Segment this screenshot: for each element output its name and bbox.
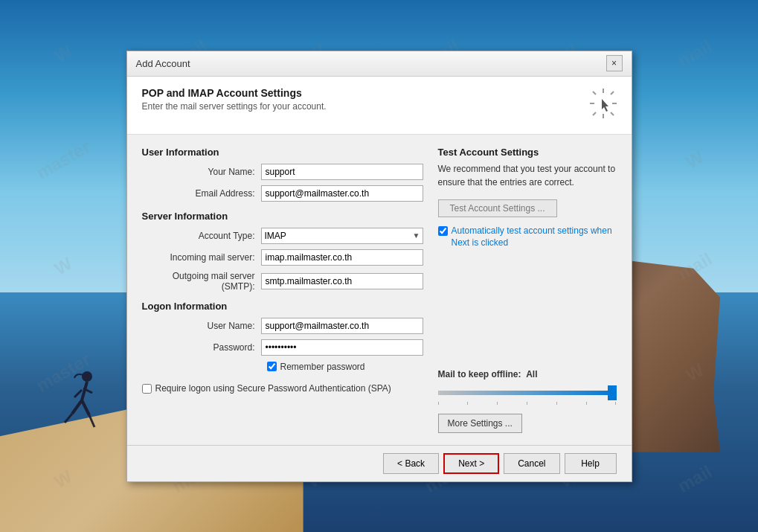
username-label: User Name: <box>142 321 261 331</box>
left-panel: User Information Your Name: Email Addres… <box>142 147 423 433</box>
username-input[interactable] <box>261 318 423 334</box>
user-info-title: User Information <box>142 147 423 158</box>
account-type-select-wrapper: IMAP POP3 ▼ <box>261 228 423 244</box>
spa-checkbox[interactable] <box>142 384 152 394</box>
your-name-row: Your Name: <box>142 164 423 180</box>
password-input[interactable] <box>261 339 423 356</box>
spa-row: Require logon using Secure Password Auth… <box>142 382 423 395</box>
title-bar: Add Account × <box>127 51 632 77</box>
mail-offline-slider[interactable] <box>438 385 617 400</box>
remember-password-label: Remember password <box>280 362 365 372</box>
svg-line-14 <box>611 92 614 94</box>
remember-password-row: Remember password <box>267 362 423 372</box>
help-button[interactable]: Help <box>565 453 617 474</box>
account-type-row: Account Type: IMAP POP3 ▼ <box>142 228 423 244</box>
add-account-dialog: Add Account × POP and IMAP Account Setti… <box>126 51 632 482</box>
username-row: User Name: <box>142 318 423 334</box>
test-section-title: Test Account Settings <box>438 147 617 158</box>
account-type-label: Account Type: <box>142 231 261 241</box>
dialog-header-text: POP and IMAP Account Settings Enter the … <box>142 87 327 112</box>
header-icon <box>590 89 617 124</box>
email-input[interactable] <box>261 185 423 202</box>
dialog-body: User Information Your Name: Email Addres… <box>127 135 632 445</box>
incoming-server-row: Incoming mail server: <box>142 249 423 266</box>
header-subtitle: Enter the mail server settings for your … <box>142 101 327 112</box>
next-button[interactable]: Next > <box>443 453 499 474</box>
svg-line-15 <box>593 112 596 115</box>
cancel-button[interactable]: Cancel <box>504 453 559 474</box>
server-info-title: Server Information <box>142 211 423 222</box>
outgoing-server-row: Outgoing mail server (SMTP): <box>142 271 423 292</box>
spa-label: Require logon using Secure Password Auth… <box>155 382 391 395</box>
email-label: Email Address: <box>142 188 261 199</box>
logon-info-title: Logon Information <box>142 301 423 312</box>
incoming-label: Incoming mail server: <box>142 252 261 263</box>
mail-offline-value: All <box>526 369 537 379</box>
your-name-label: Your Name: <box>142 167 261 177</box>
svg-line-12 <box>593 92 596 94</box>
close-button[interactable]: × <box>606 55 623 71</box>
more-settings-button[interactable]: More Settings ... <box>438 414 522 433</box>
outgoing-label: Outgoing mail server (SMTP): <box>142 271 261 292</box>
your-name-input[interactable] <box>261 164 423 180</box>
incoming-server-input[interactable] <box>261 249 423 266</box>
password-label: Password: <box>142 342 261 353</box>
dialog-overlay: Add Account × POP and IMAP Account Setti… <box>0 0 758 532</box>
mail-offline-section: Mail to keep offline: All <box>438 369 617 433</box>
auto-test-label: Automatically test account settings when… <box>452 225 617 250</box>
dialog-title: Add Account <box>136 58 190 69</box>
dialog-header: POP and IMAP Account Settings Enter the … <box>127 77 632 135</box>
auto-test-checkbox[interactable] <box>438 226 448 236</box>
mail-offline-label: Mail to keep offline: All <box>438 369 617 379</box>
test-desc: We recommend that you test your account … <box>438 162 617 189</box>
test-account-settings-button[interactable]: Test Account Settings ... <box>438 199 557 217</box>
account-type-select[interactable]: IMAP POP3 <box>261 228 423 244</box>
back-button[interactable]: < Back <box>383 453 439 474</box>
slider-ticks <box>438 402 617 405</box>
dialog-footer: < Back Next > Cancel Help <box>127 445 632 481</box>
auto-test-row: Automatically test account settings when… <box>438 225 617 250</box>
svg-line-13 <box>611 112 614 115</box>
password-row: Password: <box>142 339 423 356</box>
email-row: Email Address: <box>142 185 423 202</box>
remember-password-checkbox[interactable] <box>267 362 277 371</box>
header-title: POP and IMAP Account Settings <box>142 87 327 99</box>
right-panel: Test Account Settings We recommend that … <box>438 147 617 433</box>
outgoing-server-input[interactable] <box>261 273 423 289</box>
